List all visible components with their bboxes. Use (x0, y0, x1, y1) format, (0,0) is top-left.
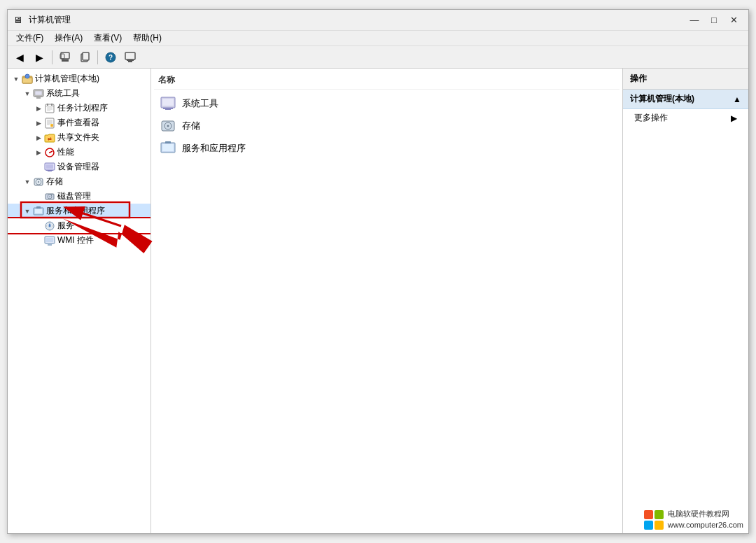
minimize-button[interactable]: — (685, 13, 704, 28)
tree-event-viewer[interactable]: ▶ ! 事件查看器 (8, 115, 150, 130)
svg-rect-16 (35, 97, 42, 97)
perf-icon (44, 147, 55, 158)
svg-point-34 (49, 152, 50, 153)
event-icon: ! (44, 118, 55, 129)
shared-label: 共享文件夹 (57, 132, 99, 143)
task-icon (44, 103, 55, 114)
action-section-computer[interactable]: 计算机管理(本地) ▲ (623, 90, 748, 109)
svg-rect-57 (48, 244, 52, 246)
window-title: 计算机管理 (29, 14, 685, 26)
watermark-line2: www.computer26.com (668, 520, 743, 530)
menu-file[interactable]: 文件(F) (10, 31, 49, 45)
root-expand-icon: ▼ (10, 73, 22, 85)
tree-shared-folder[interactable]: ▶ ⇄ 共享文件夹 (8, 130, 150, 145)
watermark-logo (644, 510, 664, 530)
toolbar-separator-2 (97, 50, 98, 64)
task-label: 任务计划程序 (57, 102, 108, 114)
task-expand: ▶ (33, 103, 44, 114)
event-expand: ▶ (33, 118, 44, 129)
storage-label: 存储 (46, 176, 63, 188)
logo-green (654, 510, 664, 519)
maximize-button[interactable]: □ (705, 13, 723, 28)
wmi-expand (33, 235, 44, 246)
svg-point-51 (49, 222, 50, 223)
content-header: 名称 (154, 71, 620, 90)
system-tools-label: 系统工具 (46, 87, 80, 99)
svg-point-65 (167, 125, 169, 127)
content-storage-label: 存储 (182, 120, 200, 132)
svg-rect-37 (48, 171, 52, 171)
svg-rect-60 (162, 99, 174, 106)
action-more-actions[interactable]: 更多操作 ▶ (623, 109, 748, 127)
disk-expand (33, 191, 44, 202)
svg-rect-15 (36, 97, 41, 99)
properties-button[interactable] (121, 49, 139, 66)
tree-panel: ▼ 计算机管理(本地) ▼ (8, 69, 151, 533)
tree-performance[interactable]: ▶ 性能 (8, 145, 150, 160)
perf-label: 性能 (57, 146, 74, 158)
content-item-storage[interactable]: 存储 (154, 115, 620, 137)
watermark: 电脑软硬件教程网 www.computer26.com (644, 509, 743, 530)
copy-button[interactable] (76, 49, 94, 66)
storage-expand: ▼ (22, 176, 33, 188)
perf-expand: ▶ (33, 147, 44, 158)
svg-point-12 (25, 74, 29, 78)
svg-rect-36 (46, 164, 53, 169)
svg-point-54 (52, 225, 54, 227)
menu-help[interactable]: 帮助(H) (127, 31, 167, 45)
content-storage-icon (160, 118, 176, 134)
content-item-services[interactable]: 服务和应用程序 (154, 137, 620, 160)
svg-rect-17 (46, 104, 54, 113)
watermark-line1: 电脑软硬件教程网 (668, 509, 743, 519)
watermark-text: 电脑软硬件教程网 www.computer26.com (668, 509, 743, 530)
menu-view[interactable]: 查看(V) (88, 31, 127, 45)
tree-device-manager[interactable]: 设备管理器 (8, 160, 150, 174)
tree-services[interactable]: 服务 (8, 218, 150, 233)
wmi-label: WMI 控件 (57, 234, 94, 246)
tree-root[interactable]: ▼ 计算机管理(本地) (8, 71, 150, 86)
up-button[interactable] (56, 49, 74, 66)
disk-icon (44, 191, 55, 202)
content-tools-label: 系统工具 (182, 97, 218, 110)
device-icon (44, 162, 55, 173)
svg-rect-19 (47, 104, 48, 106)
svg-text:⇄: ⇄ (48, 136, 52, 141)
tree-system-tools[interactable]: ▼ 系统工具 (8, 86, 150, 101)
svg-rect-47 (35, 209, 42, 213)
help-button[interactable]: ? (102, 49, 120, 66)
logo-blue (644, 521, 653, 530)
action-panel-header: 操作 (623, 69, 748, 90)
wmi-icon (44, 235, 55, 246)
svg-point-50 (49, 225, 51, 227)
tree-services-apps[interactable]: ▼ 服务和应用程序 (8, 204, 150, 218)
window-icon: 🖥 (13, 15, 24, 26)
device-label: 设备管理器 (57, 161, 99, 173)
toolbar: ◀ ▶ ? (8, 46, 748, 69)
tree-wmi[interactable]: WMI 控件 (8, 233, 150, 248)
menu-action[interactable]: 操作(A) (49, 31, 88, 45)
storage-icon (33, 176, 44, 188)
toolbar-separator-1 (52, 50, 52, 64)
root-icon (22, 73, 33, 85)
svg-rect-56 (46, 238, 53, 242)
content-item-tools[interactable]: 系统工具 (154, 92, 620, 115)
content-tools-icon (160, 95, 176, 112)
svg-point-41 (38, 181, 39, 183)
back-button[interactable]: ◀ (10, 49, 29, 66)
window-controls: — □ ✕ (685, 13, 743, 28)
services-label: 服务 (57, 220, 74, 232)
svg-rect-7 (125, 52, 135, 59)
tree-task-scheduler[interactable]: ▶ 任务计划程序 (8, 101, 150, 115)
action-more-label: 更多操作 (634, 112, 668, 124)
tree-disk-management[interactable]: 磁盘管理 (8, 189, 150, 204)
root-label: 计算机管理(本地) (35, 73, 99, 85)
svg-point-53 (46, 225, 47, 227)
forward-button[interactable]: ▶ (30, 49, 48, 66)
tree-storage[interactable]: ▼ 存储 (8, 174, 150, 189)
svg-rect-62 (163, 108, 173, 109)
svg-rect-2 (62, 59, 69, 62)
close-button[interactable]: ✕ (724, 13, 743, 28)
disk-label: 磁盘管理 (57, 190, 91, 202)
svg-rect-4 (83, 52, 89, 60)
svg-rect-45 (50, 195, 52, 195)
